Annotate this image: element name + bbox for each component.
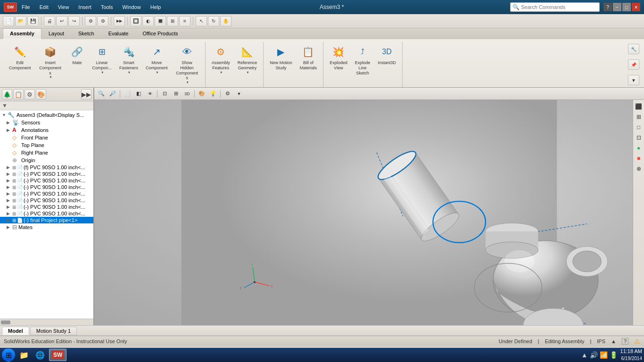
undo-button[interactable]: ↩ [56, 16, 67, 26]
sensors-expand[interactable]: ▶ [7, 120, 11, 125]
menu-file[interactable]: File [20, 3, 32, 11]
menu-insert[interactable]: Insert [76, 3, 93, 11]
view-btn-4[interactable]: ⊞ [167, 16, 178, 26]
ribbon-pin-icon[interactable]: 📌 [628, 59, 639, 70]
status-help-icon[interactable]: ? [622, 338, 628, 345]
redo-button[interactable]: ↪ [68, 16, 80, 26]
tree-item-pvc2[interactable]: ▶ ⊞ 📄 (-) PVC 90SO 1.00 inch<... [0, 171, 93, 177]
hide-tray-icon[interactable]: ▲ [581, 351, 588, 359]
options-button[interactable]: ⚙ [97, 16, 108, 26]
pan-btn[interactable]: ✋ [220, 16, 231, 26]
rebuild-button[interactable]: ⚙ [85, 16, 96, 26]
assembly-features-dropdown[interactable]: ▼ [220, 71, 223, 74]
solidworks-taskbar-button[interactable]: SW [49, 349, 66, 361]
view-right-btn4[interactable]: ⊡ [634, 133, 644, 142]
view-more-button[interactable]: ⚙ [223, 89, 233, 99]
show-hidden-dropdown[interactable]: ▼ [186, 81, 189, 84]
rotate-btn[interactable]: ↻ [208, 16, 219, 26]
volume-icon[interactable]: 🔊 [590, 351, 598, 359]
tree-item-pvc6[interactable]: ▶ ⊞ 📄 (-) PVC 90SO 1.00 inch<... [0, 197, 93, 204]
zoom-to-fit-button[interactable]: 🔍 [96, 89, 107, 99]
view-orient-right-button[interactable]: ⬛ [634, 102, 644, 111]
view-layout-button[interactable]: ⊞ [171, 89, 181, 99]
bill-of-materials-button[interactable]: 📋 Bill ofMaterials [297, 42, 321, 73]
pvc1-expand[interactable]: ▶ [7, 165, 11, 170]
annotations-expand[interactable]: ▶ [7, 128, 11, 132]
tree-item-origin[interactable]: ⊕ Origin [0, 156, 93, 164]
exploded-view-button[interactable]: 💥 ExplodedView [326, 42, 351, 73]
view-right-btn5[interactable]: ● [634, 143, 644, 153]
config-manager-icon[interactable]: ⚙ [25, 89, 35, 99]
tree-item-pvc8[interactable]: ▶ ⊞ 📄 (-) PVC 90SO 1.00 inch<... [0, 210, 93, 217]
view-right-btn6[interactable]: ■ [634, 154, 644, 163]
edit-component-button[interactable]: ✏️ EditComponent [6, 42, 34, 73]
mates-expand[interactable]: ▶ [7, 225, 11, 230]
tree-item-sensors[interactable]: ▶ 📡 Sensors [0, 119, 93, 126]
tab-sketch[interactable]: Sketch [71, 28, 101, 39]
view-dropdown-button[interactable]: ▼ [234, 89, 244, 99]
smart-fasteners-button[interactable]: 🔩 SmartFasteners ▼ [116, 42, 141, 76]
pvc4-expand[interactable]: ▶ [7, 185, 11, 189]
view-btn-1[interactable]: 🔲 [130, 16, 141, 26]
view-btn-2[interactable]: ◐ [142, 16, 154, 26]
more-button[interactable]: ▶▶ [114, 16, 125, 26]
close-button[interactable]: ✕ [632, 3, 640, 11]
menu-view[interactable]: View [56, 3, 71, 11]
property-manager-icon[interactable]: 📋 [13, 89, 24, 99]
reference-geometry-dropdown[interactable]: ▼ [246, 71, 249, 74]
pvc3-expand[interactable]: ▶ [7, 178, 11, 183]
new-motion-study-button[interactable]: ▶ New MotionStudy [266, 42, 296, 73]
linear-component-button[interactable]: ⊞ LinearCompon... ▼ [89, 42, 116, 76]
tab-evaluate[interactable]: Evaluate [101, 28, 136, 39]
pvc2-expand[interactable]: ▶ [7, 172, 11, 176]
tree-item-annotations[interactable]: ▶ A Annotations [0, 126, 93, 134]
tree-item-pvc1[interactable]: ▶ ⊞ 📄 (f) PVC 90SO 1.00 inch<... [0, 164, 93, 171]
tree-item-pvc3[interactable]: ▶ ⊞ 📄 (-) PVC 90SO 1.00 inch<... [0, 177, 93, 184]
mate-button[interactable]: 🔗 Mate [66, 42, 88, 68]
system-clock[interactable]: 11:18 AM 6/19/2014 [620, 348, 642, 362]
tree-item-right-plane[interactable]: ◇ Right Plane [0, 149, 93, 156]
tree-item-mates[interactable]: ▶ ⊟ Mates [0, 223, 93, 231]
pvc7-expand[interactable]: ▶ [7, 205, 11, 209]
tree-item-pvc5[interactable]: ▶ ⊞ 📄 (-) PVC 90SO 1.00 inch<... [0, 190, 93, 197]
final-pipe-expand[interactable]: ▶ [7, 218, 11, 222]
appearance-icon[interactable]: 🎨 [36, 89, 46, 99]
insert-components-dropdown[interactable]: ▼ [49, 75, 52, 79]
menu-help[interactable]: Help [149, 3, 163, 11]
motion-study-1-tab[interactable]: Motion Study 1 [30, 327, 77, 335]
battery-icon[interactable]: 🔋 [610, 351, 618, 359]
model-tab[interactable]: Model [2, 327, 29, 335]
instant3d-button[interactable]: 3D Instant3D [374, 42, 399, 68]
new-button[interactable]: 📄 [3, 16, 14, 26]
tab-assembly[interactable]: Assembly [3, 28, 41, 39]
view-btn-5[interactable]: ≡ [179, 16, 190, 26]
network-icon[interactable]: 📶 [600, 351, 608, 359]
root-expand[interactable]: ▼ [2, 113, 7, 117]
pvc5-expand[interactable]: ▶ [7, 191, 11, 196]
ribbon-more-icon[interactable]: ▼ [628, 75, 639, 85]
view-hide-button[interactable]: 👁 [145, 89, 155, 99]
panel-scrollbar[interactable] [0, 320, 93, 325]
tab-office-products[interactable]: Office Products [135, 28, 185, 39]
view-lights-button[interactable]: 💡 [208, 89, 218, 99]
view-3d-button[interactable]: 3D [182, 89, 192, 99]
expand-panel-icon[interactable]: ▶▶ [81, 89, 91, 99]
insert-components-button[interactable]: 📦 InsertComponents ▼ [35, 42, 66, 81]
view-orientation-button[interactable]: ⬜ [122, 89, 132, 99]
tree-item-front-plane[interactable]: ◇ Front Plane [0, 134, 93, 141]
view-right-btn7[interactable]: ⊗ [634, 164, 644, 173]
explode-line-sketch-button[interactable]: ⤴ ExplodeLineSketch [352, 42, 374, 78]
view-right-btn2[interactable]: ⊞ [634, 112, 644, 122]
zoom-in-button[interactable]: 🔎 [107, 89, 118, 99]
linear-component-dropdown[interactable]: ▼ [101, 71, 104, 74]
reference-geometry-button[interactable]: 📐 ReferenceGeometry ▼ [234, 42, 261, 76]
move-component-button[interactable]: ↗ MoveComponent ▼ [142, 42, 171, 76]
feature-tree-icon[interactable]: 🌲 [2, 89, 12, 99]
properties-icon[interactable]: 🔧 [628, 44, 639, 54]
open-button[interactable]: 📂 [15, 16, 26, 26]
status-warning-icon[interactable]: ⚠ [634, 337, 640, 345]
menu-edit[interactable]: Edit [38, 3, 50, 11]
tree-item-pvc4[interactable]: ▶ ⊞ 📄 (-) PVC 90SO 1.00 inch<... [0, 184, 93, 190]
save-button[interactable]: 💾 [27, 16, 39, 26]
search-input[interactable] [521, 4, 587, 10]
